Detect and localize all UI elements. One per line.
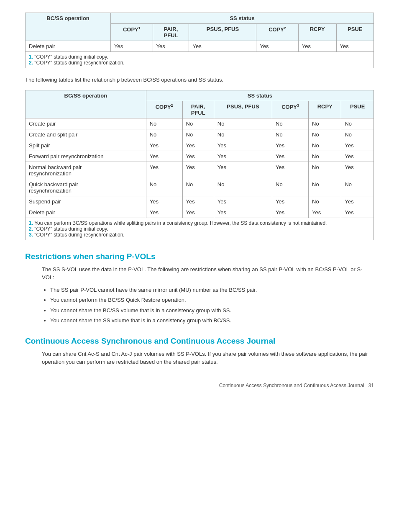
table-row: Normal backward pairresynchronization Ye… [26,162,374,179]
table1-col-copy1: COPY1 [111,24,153,41]
table1-row1-op: Delete pair [26,41,111,52]
table2: BC/SS operation SS status COPY2 PAIR,PFU… [25,90,374,240]
table-row: Forward pair resynchronization YesYesYes… [26,151,374,162]
table1-footnotes: 1. "COPY" status during initial copy. 2.… [26,52,374,68]
table1-col-pair: PAIR,PFUL [153,24,189,41]
table-row: Split pair YesYesYes YesNoYes [26,140,374,151]
table2-footnotes: 1. You can perform BC/SS operations whil… [26,218,374,240]
table1-col-psue: PSUE [336,24,373,41]
table2-ss-header: SS status [146,90,373,101]
table-row: Create and split pair NoNoNo NoNoNo [26,129,374,140]
section1-heading: Restrictions when sharing P-VOLs [25,252,374,261]
table1-row1-v4: Yes [256,41,298,52]
table1-footnote-row: 1. "COPY" status during initial copy. 2.… [26,52,374,68]
list-item: The SS pair P-VOL cannot have the same m… [50,286,374,294]
table2-col-copy2: COPY2 [146,101,182,118]
table1-row1-v6: Yes [336,41,373,52]
footer-text: Continuous Access Synchronous and Contin… [219,383,364,388]
section1-bullets: The SS pair P-VOL cannot have the same m… [50,286,374,325]
table-row: Create pair NoNoNo NoNoNo [26,118,374,129]
table2-col-psus: PSUS, PFUS [214,101,272,118]
table1: BC/SS operation SS status COPY1 PAIR,PFU… [25,13,374,68]
section2-heading: Continuous Access Synchronous and Contin… [25,337,374,346]
table1-row1-v2: Yes [153,41,189,52]
table-row: Delete pair Yes Yes Yes Yes Yes Yes [26,41,374,52]
table1-row1-v3: Yes [189,41,256,52]
table2-col-psue: PSUE [341,101,374,118]
table1-col-rcpy: RCPY [298,24,336,41]
table-row: Delete pair YesYesYes YesYesYes [26,207,374,218]
table-row: Suspend pair YesYesYes YesNoYes [26,196,374,207]
footer: Continuous Access Synchronous and Contin… [25,379,374,388]
list-item: You cannot perform the BC/SS Quick Resto… [50,296,374,304]
table-row: Quick backward pairresynchronization NoN… [26,179,374,196]
table1-row1-v5: Yes [298,41,336,52]
between-text: The following tables list the relationsh… [25,76,374,84]
table2-footnote-row: 1. You can perform BC/SS operations whil… [26,218,374,240]
table1-op-header: BC/SS operation [26,13,111,41]
table2-col-pair: PAIR,PFUL [182,101,214,118]
list-item: You cannot share the SS volume that is i… [50,316,374,325]
table1-col-copy2: COPY2 [256,24,298,41]
table2-op-header: BC/SS operation [26,90,146,118]
table2-col-rcpy: RCPY [309,101,341,118]
section2-text: You can share Cnt Ac-S and Cnt Ac-J pair… [42,350,374,366]
table1-row1-v1: Yes [111,41,153,52]
footer-page: 31 [368,383,374,388]
table2-col-copy3: COPY3 [272,101,309,118]
table1-col-psus: PSUS, PFUS [189,24,256,41]
section1-intro: The SS S-VOL uses the data in the P-VOL.… [42,265,374,282]
list-item: You cannot share the BC/SS volume that i… [50,306,374,315]
table1-ss-header: SS status [111,13,374,24]
